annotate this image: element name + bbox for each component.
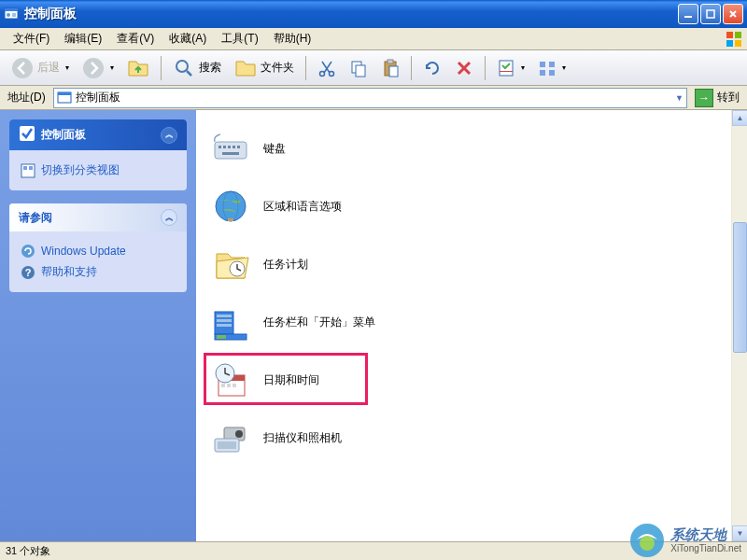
- back-button[interactable]: 后退 ▾: [6, 53, 75, 83]
- panel-header[interactable]: 控制面板 ︽: [9, 119, 187, 150]
- svg-point-12: [176, 61, 188, 72]
- watermark-icon: [627, 521, 667, 560]
- delete-button[interactable]: [449, 55, 479, 81]
- undo-button[interactable]: [417, 55, 447, 81]
- keyboard-icon: [211, 129, 250, 168]
- go-icon: →: [695, 89, 713, 107]
- panel-header[interactable]: 请参阅 ︽: [9, 203, 187, 231]
- svg-rect-31: [29, 166, 33, 170]
- menu-view[interactable]: 查看(V): [109, 28, 162, 49]
- svg-rect-49: [217, 319, 232, 322]
- link-label: Windows Update: [41, 245, 126, 258]
- address-label: 地址(D): [4, 90, 49, 105]
- folders-button[interactable]: 文件夹: [229, 53, 300, 83]
- svg-rect-28: [20, 126, 35, 141]
- svg-point-11: [83, 58, 104, 78]
- watermark-title: 系统天地: [670, 527, 741, 543]
- cp-item-scanners-cameras[interactable]: 扫描仪和照相机: [196, 409, 747, 467]
- svg-rect-4: [684, 16, 692, 18]
- item-label: 日期和时间: [263, 372, 319, 388]
- folders-icon: [234, 57, 257, 79]
- cp-item-scheduled-tasks[interactable]: 任务计划: [196, 235, 747, 293]
- svg-rect-23: [549, 62, 555, 67]
- vertical-scrollbar[interactable]: ▲ ▼: [731, 110, 747, 541]
- separator: [411, 56, 412, 80]
- back-label: 后退: [37, 60, 60, 76]
- up-button[interactable]: [121, 53, 155, 83]
- svg-rect-7: [735, 32, 741, 38]
- menu-bar: 文件(F) 编辑(E) 查看(V) 收藏(A) 工具(T) 帮助(H): [0, 28, 747, 50]
- menu-tools[interactable]: 工具(T): [214, 28, 265, 49]
- menu-edit[interactable]: 编辑(E): [57, 28, 109, 49]
- copy-button[interactable]: [344, 55, 374, 81]
- panel-control-panel: 控制面板 ︽ 切换到分类视图: [9, 119, 187, 190]
- properties-icon: [497, 59, 515, 77]
- scanner-camera-icon: [211, 418, 250, 457]
- forward-icon: [82, 57, 105, 79]
- search-icon: [173, 57, 195, 79]
- delete-icon: [455, 59, 473, 77]
- item-label: 任务计划: [263, 257, 308, 273]
- svg-rect-9: [735, 40, 741, 47]
- svg-rect-25: [549, 70, 555, 76]
- dropdown-icon: ▾: [521, 63, 525, 72]
- cp-item-regional[interactable]: 区域和语言选项: [196, 177, 747, 235]
- svg-rect-30: [23, 166, 27, 170]
- svg-rect-19: [389, 66, 398, 77]
- scroll-up-button[interactable]: ▲: [732, 110, 747, 126]
- scroll-thumb[interactable]: [733, 222, 747, 353]
- views-button[interactable]: ▾: [532, 55, 571, 81]
- cp-item-keyboard[interactable]: 键盘: [196, 119, 747, 177]
- control-panel-small-icon: [57, 91, 72, 105]
- watermark-url: XiTongTianDi.net: [670, 543, 741, 553]
- address-dropdown-icon[interactable]: ▼: [675, 93, 684, 103]
- svg-rect-45: [228, 218, 233, 221]
- windows-update-link[interactable]: Windows Update: [21, 241, 176, 261]
- paste-icon: [381, 59, 400, 77]
- close-button[interactable]: [723, 4, 743, 24]
- watermark: 系统天地 XiTongTianDi.net: [627, 521, 741, 560]
- link-label: 切换到分类视图: [41, 162, 120, 178]
- category-view-icon: [21, 163, 35, 178]
- globe-icon: [211, 187, 250, 226]
- item-label: 扫描仪和照相机: [263, 430, 342, 446]
- menu-favorites[interactable]: 收藏(A): [162, 28, 214, 49]
- help-support-link[interactable]: ? 帮助和支持: [21, 261, 176, 283]
- go-button[interactable]: → 转到: [691, 89, 743, 107]
- svg-rect-27: [58, 92, 71, 95]
- cp-item-date-time[interactable]: 日期和时间: [196, 351, 747, 409]
- svg-rect-24: [540, 70, 545, 76]
- main-area: 控制面板 ︽ 切换到分类视图 请参阅 ︽ Windows Update: [0, 110, 747, 541]
- cp-item-taskbar-start[interactable]: 任务栏和「开始」菜单: [196, 293, 747, 351]
- address-bar: 地址(D) ▼ → 转到: [0, 86, 747, 110]
- cut-button[interactable]: [312, 55, 342, 81]
- menu-file[interactable]: 文件(F): [6, 28, 57, 49]
- content-area: 键盘 区域和语言选项 任务计划 任务栏和「开始」菜单 日期和时间 扫描仪和照相机…: [196, 110, 747, 541]
- menu-help[interactable]: 帮助(H): [266, 28, 319, 49]
- svg-point-10: [12, 58, 33, 78]
- svg-rect-3: [12, 13, 16, 17]
- svg-rect-50: [217, 324, 232, 327]
- paste-button[interactable]: [375, 55, 405, 81]
- switch-view-link[interactable]: 切换到分类视图: [21, 160, 176, 181]
- collapse-icon[interactable]: ︽: [161, 209, 177, 226]
- windows-update-icon: [21, 244, 35, 259]
- forward-button[interactable]: ▾: [77, 53, 120, 83]
- copy-icon: [349, 59, 368, 77]
- address-input-wrap[interactable]: ▼: [53, 88, 687, 108]
- svg-rect-8: [726, 40, 733, 47]
- search-label: 搜索: [199, 60, 221, 76]
- maximize-button[interactable]: [700, 4, 721, 24]
- address-input[interactable]: [76, 91, 675, 105]
- properties-button[interactable]: ▾: [491, 55, 530, 81]
- svg-point-2: [7, 13, 10, 17]
- minimize-button[interactable]: [678, 4, 698, 24]
- search-button[interactable]: 搜索: [167, 53, 227, 83]
- views-icon: [538, 59, 557, 77]
- scheduled-tasks-icon: [211, 245, 250, 284]
- toolbar: 后退 ▾ ▾ 搜索 文件夹 ▾ ▾: [0, 50, 747, 86]
- svg-rect-38: [228, 146, 231, 148]
- collapse-icon[interactable]: ︽: [161, 127, 177, 144]
- panel-body: 切换到分类视图: [9, 150, 187, 190]
- svg-rect-37: [223, 146, 226, 148]
